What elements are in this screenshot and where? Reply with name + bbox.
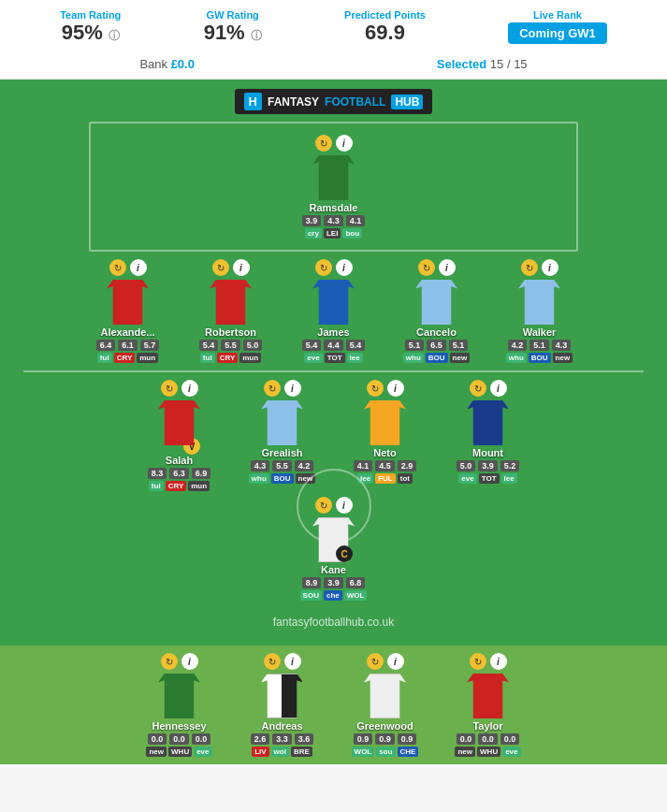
fixture-badge: whu	[506, 353, 527, 363]
bank-bar: Bank £0.0 Selected 15 / 15	[0, 50, 667, 80]
fixture-badge: WHU	[168, 747, 192, 757]
info-button[interactable]: i	[233, 259, 250, 276]
live-rank-badge: Coming GW1	[508, 22, 607, 44]
score-badge: 5.5	[272, 460, 292, 471]
fixture-badge: new	[455, 747, 475, 757]
fixture-badge: eve	[458, 473, 476, 484]
player-card: ↻iAlexande...6.46.15.7fulCRYmun	[81, 259, 175, 363]
player-shirt	[312, 280, 355, 325]
player-name: Salah	[166, 455, 193, 466]
refresh-icon[interactable]: ↻	[212, 259, 229, 276]
score-badge: 5.4	[302, 340, 322, 351]
fixture-badge: eve	[304, 353, 322, 363]
refresh-icon[interactable]: ↻	[161, 653, 178, 670]
predicted-points-block: Predicted Points 69.9	[344, 9, 426, 45]
info-button[interactable]: i	[490, 380, 507, 397]
def-row: ↻iAlexande...6.46.15.7fulCRYmun↻iRoberts…	[5, 252, 662, 370]
refresh-icon[interactable]: ↻	[109, 259, 126, 276]
predicted-points-value: 69.9	[344, 21, 426, 45]
refresh-icon[interactable]: ↻	[264, 653, 281, 670]
refresh-icon[interactable]: ↻	[161, 380, 178, 397]
refresh-icon[interactable]: ↻	[470, 380, 486, 397]
info-button[interactable]: i	[181, 380, 198, 397]
logo-h: H	[244, 93, 262, 110]
score-badge: 4.5	[375, 460, 395, 471]
fixture-badge: FUL	[375, 473, 396, 484]
refresh-icon[interactable]: ↻	[315, 497, 332, 514]
fixture-badge: new	[450, 353, 471, 363]
score-badge: 0.9	[354, 733, 373, 745]
score-badge: 5.2	[500, 460, 520, 471]
fixture-badge: bou	[342, 228, 362, 239]
score-badge: 5.1	[405, 340, 425, 351]
refresh-icon[interactable]: ↻	[315, 135, 332, 152]
captain-badge: C	[336, 545, 353, 562]
info-button[interactable]: i	[336, 497, 353, 514]
info-button[interactable]: i	[387, 653, 404, 670]
info-button[interactable]: i	[336, 259, 353, 276]
player-name: Cancelo	[416, 326, 457, 338]
score-badge: 0.0	[457, 733, 476, 745]
live-rank-block: Live Rank Coming GW1	[508, 9, 607, 45]
player-name: Alexande...	[100, 326, 154, 338]
player-name: James	[317, 326, 349, 338]
info-button[interactable]: i	[439, 259, 456, 276]
info-button[interactable]: i	[336, 135, 353, 152]
player-card: ↻iJames5.44.45.4eveTOTlee	[287, 259, 381, 363]
player-name: Hennessey	[152, 720, 206, 732]
score-badge: 0.0	[148, 733, 167, 745]
refresh-icon[interactable]: ↻	[367, 653, 384, 670]
score-badge: 3.3	[272, 733, 292, 745]
logo-football: FOOTBALL	[325, 95, 385, 109]
player-name: Taylor	[472, 720, 502, 732]
score-badge: 4.1	[346, 215, 366, 226]
fixture-badge: CRY	[166, 481, 187, 491]
fixture-badge: SOU	[300, 590, 322, 601]
player-name: Walker	[523, 326, 557, 338]
refresh-icon[interactable]: ↻	[418, 259, 435, 276]
player-name: Kane	[321, 564, 346, 575]
score-badge: 4.3	[251, 460, 270, 471]
fixture-badge: ful	[97, 353, 112, 363]
fixture-badge: mun	[188, 481, 210, 491]
info-button[interactable]: i	[284, 380, 301, 397]
player-name: Andreas	[261, 720, 302, 732]
score-badge: 0.0	[169, 733, 189, 745]
info-button[interactable]: i	[284, 653, 301, 670]
refresh-icon[interactable]: ↻	[367, 380, 384, 397]
score-badge: 5.1	[529, 340, 549, 351]
player-card: ↻iCKane8.93.96.8SOUcheWOL	[287, 497, 381, 601]
predicted-points-label: Predicted Points	[344, 9, 426, 21]
fwd-row: ↻iCKane8.93.96.8SOUcheWOL	[5, 489, 662, 608]
player-card: ↻iRamsdale3.94.34.1cryLEIbou	[287, 135, 381, 239]
score-badge: 5.5	[221, 340, 240, 351]
gw-rating-info-icon[interactable]: ⓘ	[251, 29, 262, 42]
score-badge: 5.0	[243, 340, 263, 351]
info-button[interactable]: i	[130, 259, 147, 276]
refresh-icon[interactable]: ↻	[315, 259, 332, 276]
refresh-icon[interactable]: ↻	[264, 380, 281, 397]
player-shirt	[312, 155, 355, 200]
gk-row: ↻iRamsdale3.94.34.1cryLEIbou	[91, 127, 576, 246]
info-button[interactable]: i	[490, 653, 507, 670]
fixture-badge: lee	[347, 353, 363, 363]
refresh-icon[interactable]: ↻	[470, 653, 486, 670]
player-card: ↻iGreenwood0.90.90.9WOLsouCHE	[339, 653, 432, 757]
info-button[interactable]: i	[181, 653, 198, 670]
info-button[interactable]: i	[387, 380, 404, 397]
gk-box: ↻iRamsdale3.94.34.1cryLEIbou	[89, 122, 578, 252]
live-rank-label: Live Rank	[508, 9, 607, 21]
player-shirt	[158, 674, 200, 718]
refresh-icon[interactable]: ↻	[521, 259, 538, 276]
fixture-badge: WOL	[344, 590, 368, 601]
player-card: ↻iRobertson5.45.55.0fulCRYmun	[184, 259, 278, 363]
bank-info: Bank £0.0	[139, 57, 195, 71]
score-badge: 5.4	[346, 340, 366, 351]
info-button[interactable]: i	[542, 259, 558, 276]
team-rating-info-icon[interactable]: ⓘ	[109, 29, 120, 42]
score-badge: 2.9	[398, 460, 417, 471]
fixture-badge: TOT	[479, 473, 500, 484]
score-badge: 5.4	[199, 340, 219, 351]
gw-rating-block: GW Rating 91% ⓘ	[204, 9, 262, 45]
score-badge: 3.9	[324, 577, 343, 588]
